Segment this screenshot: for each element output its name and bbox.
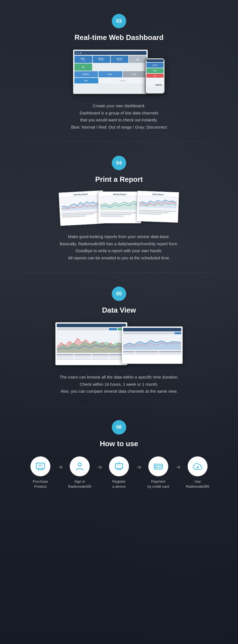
payment-icon [153,461,164,472]
step-purchase: PurchaseProduct [25,456,56,489]
payment-icon-circle [148,456,168,476]
svg-rect-25 [154,464,162,469]
db-card2-3: 55.91... [123,71,146,77]
arrow-2 [95,456,103,471]
step-circle-06: 06 [112,420,126,435]
section-06: 06 How to use [0,406,238,506]
db-card-3: $234.00 Energy [111,56,128,63]
section-desc-04: Make good-looking reports from your sens… [47,233,191,261]
svg-point-17 [78,463,81,466]
db-card-5: 52 [74,63,92,71]
arrow-3 [135,456,143,471]
signin-icon-circle [70,456,90,476]
section-title-06: How to use [6,439,232,448]
mobile-screen: 23.5°C 55% Out $39.05... [145,58,165,94]
svg-rect-19 [116,464,122,468]
step-label-use: UseRadionode365 [186,479,209,489]
arrow-1 [56,456,64,471]
db-card3-1: 20.40... [74,78,98,83]
cloud-icon [192,461,203,472]
dataview-main [55,322,127,365]
step-register: Registera device [104,456,134,489]
report-daily: Daily Report [136,191,179,223]
section-04: 04 Print a Report Monthly Report [0,142,238,272]
step-label-purchase: PurchaseProduct [33,479,48,489]
step-circle-04: 04 [112,156,126,170]
step-use: UseRadionode365 [182,456,213,489]
db-card-2: 23.29... Humid [93,56,110,63]
section-desc-05: The users can browse all the data within… [47,374,191,395]
section-title-04: Print a Report [6,175,232,184]
step-label-payment: Paymentby credit card [148,479,169,489]
section-title-03: Real-time Web Dashboard [6,33,232,42]
step-label-signin: Sign inRadionode365 [68,479,92,489]
use-icon-circle [188,456,208,476]
dataview-secondary [122,326,183,364]
section-desc-03: Create your own dashboard. Dashboard is … [47,102,191,131]
purchase-icon-circle [30,456,50,476]
section-03: 03 Real-time Web Dashboard 0.57... Tem [0,0,238,142]
dashboard-screen: 0.57... Temp 23.29... Humid $234.00 Ener… [73,50,148,94]
db-card-4: VB [129,56,147,63]
db-card-1: 0.57... Temp [74,56,92,63]
report-weekly: Weekly Report [98,191,141,223]
db-card3-2: chart area [99,78,146,83]
svg-point-24 [119,462,120,462]
register-icon-circle [109,456,129,476]
register-icon [113,461,125,472]
db-card2-2: 15.94... [99,71,122,77]
step-circle-03: 03 [112,14,126,28]
arrow-4 [174,456,182,471]
dataview-images [6,322,232,365]
section-title-05: Data View [6,306,232,315]
step-label-register: Registera device [112,479,126,489]
step-payment: Paymentby credit card [143,456,174,489]
how-to-use-steps: PurchaseProduct Sign inRadion [6,456,232,489]
step-circle-05: 05 [112,287,126,301]
signin-icon [74,461,85,472]
report-images: Monthly Report Weekly Report [6,191,232,225]
dashboard-images: 0.57... Temp 23.29... Humid $234.00 Ener… [6,50,232,94]
step-signin: Sign inRadionode365 [64,456,95,489]
svg-rect-27 [155,467,157,468]
db-card2-1: 2950.00... [74,71,98,77]
purchase-icon [35,461,46,472]
report-monthly: Monthly Report [59,190,105,226]
mobile-price-display: $39.05... [146,78,164,86]
section-05: 05 Data View [0,273,238,406]
